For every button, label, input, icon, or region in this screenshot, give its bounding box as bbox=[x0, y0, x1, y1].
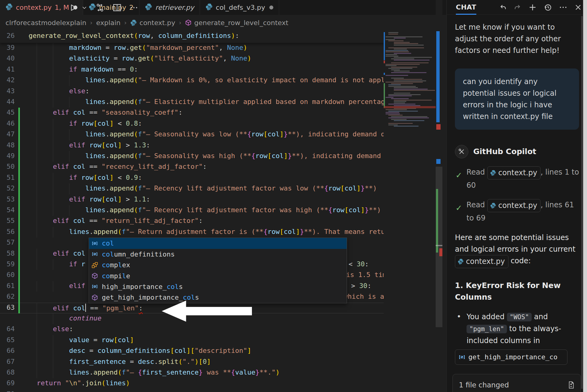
undo-icon[interactable] bbox=[499, 3, 507, 11]
breadcrumb: clrforecastmodelexplain›explain› context… bbox=[0, 15, 446, 30]
line-number: 42 bbox=[0, 76, 15, 84]
gutter-added-indicator bbox=[18, 227, 20, 238]
code-line-48[interactable]: 48 elif row[col] > 1.3: bbox=[0, 140, 384, 151]
tab-decoration: 1, M bbox=[55, 4, 69, 11]
code-line-69[interactable]: 69 return "\n".join(lines) bbox=[0, 378, 384, 389]
suggest-item-column_definitions[interactable]: column_definitions bbox=[89, 249, 347, 260]
breadcrumb-label: generate_row_level_context bbox=[194, 19, 288, 27]
breadcrumb-item-clrforecastmodelexplain[interactable]: clrforecastmodelexplain bbox=[6, 19, 87, 27]
code-line-45[interactable]: 45 elif col == "seasonality_coeff": bbox=[0, 108, 384, 118]
file-changed-title: 1 file changed bbox=[459, 379, 509, 391]
tab-chat[interactable]: CHAT bbox=[456, 0, 476, 15]
code-line-66[interactable]: 66 desc = column_definitions[col]["descr… bbox=[0, 346, 384, 357]
history-icon[interactable] bbox=[544, 3, 552, 12]
line-number: 45 bbox=[0, 109, 15, 116]
redo-icon[interactable] bbox=[514, 3, 522, 11]
symbol-class-icon bbox=[91, 262, 98, 268]
suggest-item-compile[interactable]: compile bbox=[89, 270, 347, 281]
suggest-item-col[interactable]: col bbox=[89, 238, 347, 249]
code-line-68[interactable]: 68 lines.append(f"– {first_sentence} was… bbox=[0, 368, 384, 378]
gutter-added-indicator bbox=[18, 292, 20, 302]
gutter-added-indicator bbox=[18, 303, 20, 313]
gutter-added-indicator bbox=[18, 129, 20, 140]
analysis-intro: Here are some potential issues and logic… bbox=[455, 232, 579, 268]
gutter-added-indicator bbox=[18, 216, 20, 227]
code-line-44[interactable]: 44 lines.append(f"– Elasticity multiplie… bbox=[0, 97, 384, 108]
code-line-50[interactable]: 50 elif col == "recency_lift_adj_factor"… bbox=[0, 162, 384, 172]
python-icon bbox=[205, 3, 213, 10]
suggest-item-get_high_importance_cols[interactable]: get_high_importance_cols bbox=[89, 292, 347, 303]
code-line-64[interactable]: 64 else: bbox=[0, 324, 384, 335]
breadcrumb-item-explain[interactable]: explain bbox=[96, 19, 121, 27]
overview-ruler-scrollbar[interactable] bbox=[436, 0, 442, 392]
file-chip-context-py[interactable]: context.py bbox=[455, 255, 508, 268]
more-actions-icon[interactable] bbox=[559, 3, 567, 12]
code-editor[interactable]: 39 markdown = row.get("markdown_percent"… bbox=[0, 30, 384, 392]
code-line-67[interactable]: 67 first_sentence = desc.split(".")[0] bbox=[0, 357, 384, 368]
assistant-message: Let me know if you want to adjust the or… bbox=[455, 21, 569, 56]
line-number: 55 bbox=[0, 217, 15, 224]
code-line-53[interactable]: 53 elif row[col] > 1.1: bbox=[0, 194, 384, 205]
tab-col_defs_v3.py[interactable]: col_defs_v3.py bbox=[200, 0, 279, 15]
gutter-added-indicator bbox=[18, 205, 20, 216]
python-icon bbox=[145, 3, 152, 12]
intellisense-suggest-widget[interactable]: col column_definitions complex compile h… bbox=[89, 238, 347, 303]
file-chip-context-py[interactable]: context.py bbox=[487, 166, 541, 179]
split-editor-icon[interactable] bbox=[113, 3, 122, 12]
diff-file-icon[interactable] bbox=[567, 381, 575, 389]
code-line-41[interactable]: 41 if markdown == 0: bbox=[0, 65, 384, 75]
symbol-class-icon bbox=[91, 262, 99, 268]
code-line-40[interactable]: 40 elasticity = row.get("lift_elasticity… bbox=[0, 54, 384, 64]
suggest-item-complex[interactable]: complex bbox=[89, 260, 347, 270]
line-number: 57 bbox=[0, 239, 15, 246]
gutter-added-indicator bbox=[18, 151, 20, 162]
dirty-dot-icon[interactable] bbox=[269, 6, 273, 9]
code-line-54[interactable]: 54 lines.append(f"– Recency lift adjustm… bbox=[0, 205, 384, 216]
line-number: 46 bbox=[0, 120, 15, 127]
code-lines[interactable]: 39 markdown = row.get("markdown_percent"… bbox=[0, 43, 384, 392]
chat-body: Let me know if you want to adjust the or… bbox=[447, 15, 587, 392]
python-icon bbox=[6, 3, 13, 10]
code-line-43[interactable]: 43 else: bbox=[0, 86, 384, 97]
line-number: 50 bbox=[0, 163, 15, 170]
code-line-65[interactable]: 65 value = row[col] bbox=[0, 335, 384, 346]
python-icon bbox=[205, 3, 213, 12]
code-line-39[interactable]: 39 markdown = row.get("markdown_percent"… bbox=[0, 43, 384, 54]
close-icon[interactable] bbox=[574, 3, 582, 11]
copilot-header-row: GitHub Copilot bbox=[455, 145, 579, 158]
gutter-added-indicator bbox=[18, 162, 20, 172]
code-line-42[interactable]: 42 lines.append("– Markdown is 0%, so el… bbox=[0, 75, 384, 86]
line-number: 60 bbox=[0, 271, 15, 279]
provider-name: GitHub Copilot bbox=[473, 146, 536, 157]
breadcrumb-separator: › bbox=[90, 19, 93, 26]
tab-retriever.py[interactable]: retriever.py bbox=[139, 0, 200, 15]
new-chat-icon[interactable] bbox=[528, 3, 537, 12]
breadcrumb-item-generate_row_level_context[interactable]: generate_row_level_context bbox=[185, 19, 288, 27]
code-line-47[interactable]: 47 lines.append(f"– Seasonality was low … bbox=[0, 129, 384, 140]
code-line-52[interactable]: 52 lines.append(f"– Recency lift adjustm… bbox=[0, 183, 384, 194]
tab-label: context.py bbox=[16, 4, 52, 11]
run-python-file-button[interactable] bbox=[68, 3, 78, 12]
crossed-tools-icon bbox=[458, 148, 466, 156]
minimap[interactable] bbox=[384, 30, 436, 392]
file-chip-context-py[interactable]: context.py bbox=[487, 199, 541, 212]
run-dropdown-chevron-icon[interactable] bbox=[81, 5, 87, 11]
chat-scrollbar[interactable] bbox=[581, 16, 583, 389]
symbol-reference-chip[interactable]: get_high_importance_co bbox=[455, 349, 567, 365]
breadcrumb-item-context.py[interactable]: context.py bbox=[130, 19, 175, 27]
suggest-item-high_importance_cols[interactable]: high_importance_cols bbox=[89, 281, 347, 292]
code-line-49[interactable]: 49 lines.append(f"– Seasonality was high… bbox=[0, 151, 384, 162]
code-line-70[interactable]: 70 bbox=[0, 389, 384, 392]
code-line-46[interactable]: 46 if row[col] < 0.8: bbox=[0, 119, 384, 129]
window-scrollbar[interactable] bbox=[583, 0, 587, 392]
code-line-55[interactable]: 55 elif col == "return_lift_adj_factor": bbox=[0, 216, 384, 227]
sticky-scroll-line[interactable]: 26 generate_row_level_context(row, colum… bbox=[0, 30, 384, 43]
code-line-26[interactable]: 26 generate_row_level_context(row, colum… bbox=[0, 31, 384, 42]
overview-mark-red bbox=[436, 124, 441, 130]
gutter-added-indicator bbox=[18, 108, 20, 118]
open-changes-icon[interactable] bbox=[95, 3, 105, 12]
more-actions-icon[interactable] bbox=[130, 3, 138, 12]
code-line-56[interactable]: 56 lines.append(f"– Return adjustment fa… bbox=[0, 227, 384, 238]
chat-panel: CHAT Let me know if you want to adjust t… bbox=[446, 0, 587, 392]
code-line-51[interactable]: 51 if row[col] < 0.9: bbox=[0, 173, 384, 183]
